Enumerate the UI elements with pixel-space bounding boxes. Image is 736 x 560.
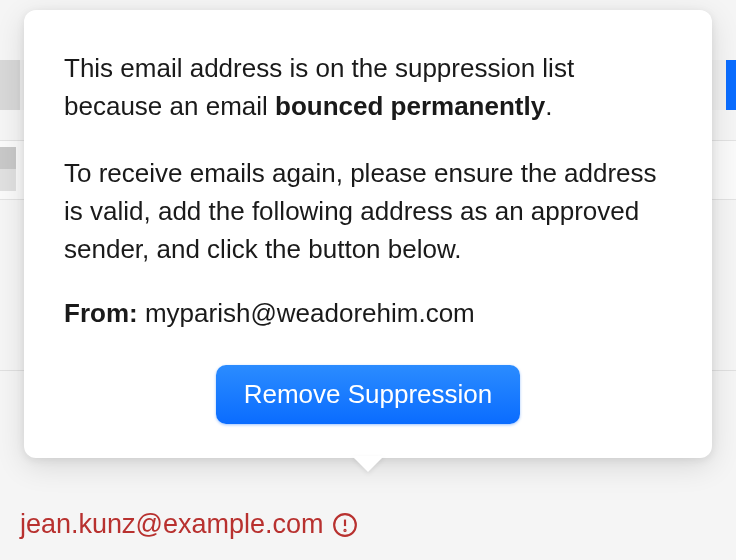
svg-point-2 (344, 529, 345, 530)
suppression-popover: This email address is on the suppression… (24, 10, 712, 458)
warning-icon (332, 512, 358, 538)
suppression-reason-text: This email address is on the suppression… (64, 50, 672, 125)
button-container: Remove Suppression (64, 365, 672, 424)
from-line: From: myparish@weadorehim.com (64, 298, 672, 329)
suppressed-email-text: jean.kunz@example.com (20, 509, 324, 540)
remove-suppression-button[interactable]: Remove Suppression (216, 365, 521, 424)
from-label: From: (64, 298, 138, 328)
reason-suffix: . (545, 91, 552, 121)
suppressed-email-link[interactable]: jean.kunz@example.com (20, 509, 358, 540)
from-value: myparish@weadorehim.com (145, 298, 475, 328)
suppression-instructions-text: To receive emails again, please ensure t… (64, 155, 672, 268)
reason-bold: bounced permanently (275, 91, 545, 121)
